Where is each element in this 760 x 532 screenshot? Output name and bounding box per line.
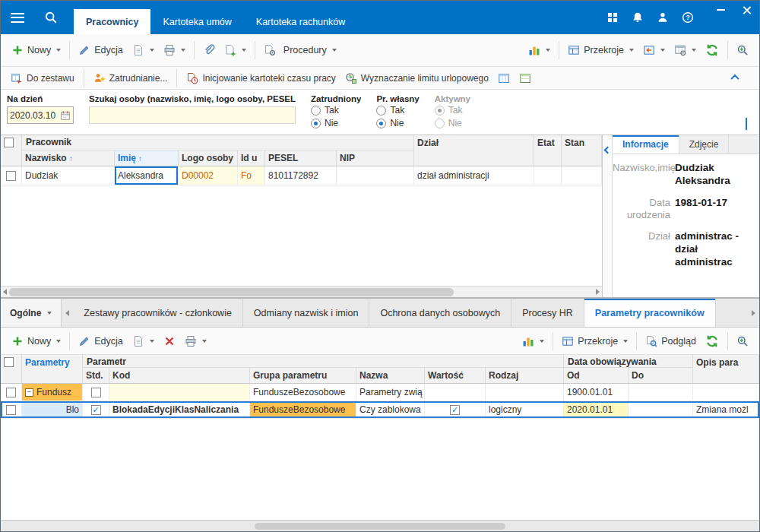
group-cell-fundusz[interactable]: Fundusz	[22, 384, 83, 401]
col-header-std[interactable]: Std.	[83, 368, 109, 383]
cell-kod[interactable]: BlokadaEdycjiKlasNaliczania	[109, 401, 250, 418]
cell-nazwa[interactable]: Parametry zwią	[356, 384, 425, 401]
caret-down-icon[interactable]	[150, 340, 154, 343]
row-checkbox[interactable]	[6, 405, 16, 415]
cell-logo-osoby[interactable]: D00002	[179, 166, 238, 185]
ogolne-selector[interactable]: Ogólne	[1, 299, 62, 327]
caret-down-icon[interactable]	[540, 340, 544, 343]
cell-parametry[interactable]: Blo	[22, 401, 83, 418]
col-header-grupa-parametru[interactable]: Grupa parametru	[250, 368, 356, 383]
tab-kartoteka-umow[interactable]: Kartoteka umów	[150, 9, 243, 34]
close-button[interactable]	[741, 5, 752, 15]
col-header-nazwisko[interactable]: Nazwisko	[22, 150, 115, 166]
leave-limit-button[interactable]: Wyznaczanie limitu urlopowego	[341, 70, 492, 87]
param-edit-button[interactable]: Edycja	[74, 332, 128, 350]
param-refresh-button[interactable]	[701, 331, 724, 351]
person-search-input[interactable]	[89, 106, 296, 124]
calendar-icon[interactable]	[60, 110, 71, 121]
tab-pracownicy[interactable]: Pracownicy	[74, 9, 150, 34]
employed-yes-option[interactable]: Tak	[311, 104, 361, 116]
col-header-etat[interactable]: Etat	[534, 135, 562, 166]
scroll-right-icon[interactable]	[596, 289, 600, 295]
caret-down-icon[interactable]	[181, 49, 185, 52]
cell-std[interactable]	[83, 401, 109, 418]
bottom-scroll-thumb[interactable]	[255, 523, 505, 530]
init-timecard-button[interactable]: Inicjowanie kartoteki czasu pracy	[182, 70, 339, 87]
caret-down-icon[interactable]	[660, 49, 665, 52]
cell-dzial[interactable]: dział administracji	[414, 166, 534, 185]
sort-asc-icon[interactable]	[138, 154, 142, 163]
tab-procesy-hr[interactable]: Procesy HR	[511, 299, 584, 327]
cell-wartosc[interactable]	[425, 384, 486, 401]
param-sections-button[interactable]: Przekroje	[557, 332, 632, 350]
radio-icon[interactable]	[376, 106, 386, 116]
employee-grid-hscrollbar[interactable]	[1, 286, 602, 297]
table-view-blue-button[interactable]	[494, 70, 514, 87]
cell-std[interactable]	[83, 384, 109, 401]
param-row-selected[interactable]: Blo BlokadaEdycjiKlasNaliczania Fundusze…	[1, 401, 759, 419]
band-title-pracownik[interactable]: Pracownik	[22, 135, 414, 150]
cell-nazwisko[interactable]: Dudziak	[22, 166, 115, 185]
chart-button[interactable]	[524, 41, 555, 59]
param-print-button[interactable]	[180, 332, 211, 350]
notifications-button[interactable]	[630, 10, 645, 25]
new-button[interactable]: Nowy	[7, 41, 65, 59]
sections-button[interactable]: Przekroje	[563, 41, 638, 59]
cell-id[interactable]: Fo	[238, 166, 265, 185]
cell-nazwa[interactable]: Czy zablokowa	[356, 401, 425, 418]
tab-scroll-right[interactable]	[748, 299, 759, 327]
col-header-kod[interactable]: Kod	[109, 368, 250, 383]
attachment-button[interactable]	[198, 41, 220, 59]
wartosc-checkbox-checked[interactable]	[450, 405, 460, 415]
cell-pesel[interactable]: 8101172892	[265, 166, 337, 185]
collapse-filter-button[interactable]	[746, 118, 747, 128]
cell-od[interactable]: 2020.01.01	[564, 401, 629, 418]
user-button[interactable]	[655, 10, 670, 25]
collapse-toolbar-button[interactable]	[721, 71, 749, 84]
search-rows-button[interactable]	[732, 41, 753, 59]
col-header-wartosc[interactable]: Wartość	[425, 368, 486, 383]
panel-collapse-strip[interactable]	[603, 135, 613, 297]
tab-informacje[interactable]: Informacje	[613, 135, 679, 154]
caret-down-icon[interactable]	[546, 49, 550, 52]
caret-down-icon[interactable]	[242, 49, 246, 52]
row-checkbox[interactable]	[6, 171, 16, 181]
collapse-group-icon[interactable]	[25, 388, 33, 397]
bottom-scrollbar[interactable]	[1, 520, 759, 531]
param-delete-button[interactable]	[159, 332, 180, 350]
col-header-nazwa[interactable]: Nazwa	[356, 368, 425, 383]
hamburger-menu-button[interactable]	[1, 1, 34, 34]
radio-icon[interactable]	[311, 106, 321, 116]
cell-do[interactable]	[629, 384, 693, 401]
employed-no-option[interactable]: Nie	[311, 117, 361, 129]
scroll-left-icon[interactable]	[3, 289, 7, 295]
col-header-stan[interactable]: Stan	[562, 135, 602, 166]
col-header-do[interactable]: Do	[629, 368, 693, 383]
std-checkbox-checked[interactable]	[91, 405, 101, 415]
hire-button[interactable]: Zatrudnianie...	[90, 70, 172, 87]
radio-selected-icon[interactable]	[311, 119, 321, 128]
col-header-opis[interactable]: Opis para	[693, 355, 759, 383]
tab-parametry-pracownikow[interactable]: Parametry pracowników	[584, 299, 716, 327]
cell-wartosc[interactable]	[425, 401, 486, 418]
tab-scroll-left[interactable]	[62, 299, 73, 327]
cell-do[interactable]	[629, 401, 693, 418]
caret-down-icon[interactable]	[692, 49, 696, 52]
row-checkbox[interactable]	[6, 388, 16, 397]
caret-down-icon[interactable]	[623, 340, 628, 343]
table-view-green-button[interactable]	[515, 70, 535, 87]
param-document-button[interactable]	[128, 332, 159, 350]
col-header-imie[interactable]: Imię	[115, 150, 179, 166]
cell-grupa-parametru[interactable]: FunduszeBezosobowe	[250, 401, 356, 418]
new-document-button[interactable]	[220, 41, 251, 59]
employee-row[interactable]: Dudziak Aleksandra D00002 Fo 8101172892 …	[1, 166, 602, 185]
apps-grid-button[interactable]	[605, 10, 620, 25]
col-header-dzial[interactable]: Dział	[414, 135, 534, 166]
std-checkbox[interactable]	[91, 388, 101, 397]
col-header-pesel[interactable]: PESEL	[265, 150, 337, 166]
col-header-id[interactable]: Id u	[238, 150, 265, 166]
caret-down-icon[interactable]	[56, 340, 61, 343]
col-header-nip[interactable]: NIP	[337, 150, 414, 166]
tab-zestawy-pracownikow[interactable]: Zestawy pracowników - członkowie	[73, 299, 243, 327]
tab-ochrona-danych[interactable]: Ochrona danych osobowych	[369, 299, 511, 327]
